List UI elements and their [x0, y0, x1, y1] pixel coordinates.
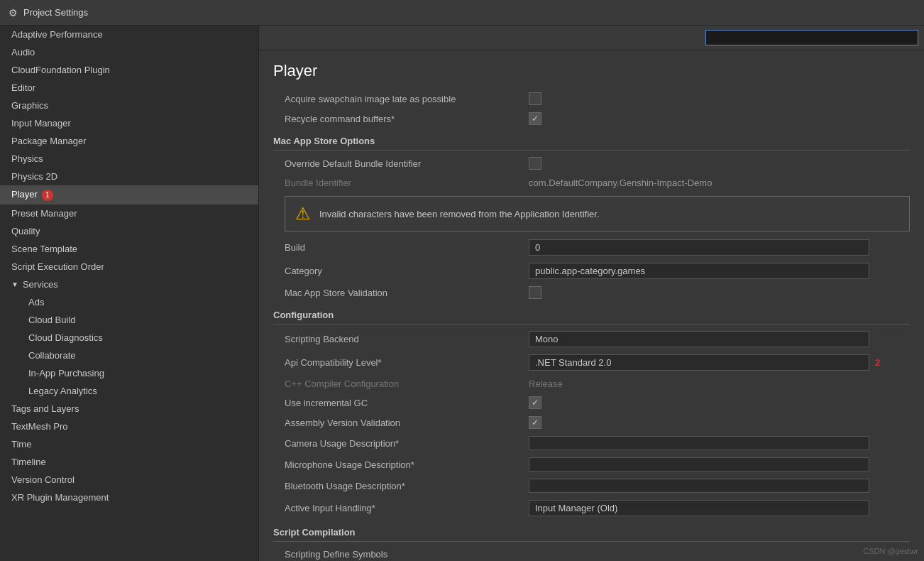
override-bundle-checkbox[interactable]	[529, 157, 541, 170]
sidebar-item-label-cloud-build: Cloud Build	[28, 315, 76, 325]
microphone-usage-input[interactable]	[529, 457, 869, 472]
sidebar-item-adaptive-performance[interactable]: Adaptive Performance	[0, 26, 258, 43]
assembly-validation-checkbox[interactable]	[529, 416, 541, 429]
sidebar-item-cloud-diagnostics[interactable]: Cloud Diagnostics	[0, 329, 258, 347]
sidebar-item-textmesh-pro[interactable]: TextMesh Pro	[0, 418, 258, 435]
sidebar-item-xr-plugin-management[interactable]: XR Plugin Management	[0, 489, 258, 506]
sidebar-item-graphics[interactable]: Graphics	[0, 97, 258, 114]
sidebar-item-in-app-purchasing[interactable]: In-App Purchasing	[0, 364, 258, 382]
title-bar-text: Project Settings	[23, 7, 88, 18]
microphone-usage-label: Microphone Usage Description*	[273, 459, 529, 470]
cpp-compiler-label: C++ Compiler Configuration	[273, 378, 529, 389]
camera-usage-row: Camera Usage Description*	[273, 432, 910, 454]
arrow-icon: ▼	[11, 280, 18, 288]
sidebar-item-label-graphics: Graphics	[11, 100, 48, 111]
sidebar-item-package-manager[interactable]: Package Manager	[0, 132, 258, 150]
sidebar-item-label-audio: Audio	[11, 47, 35, 58]
sidebar-item-player[interactable]: Player1	[0, 185, 258, 205]
api-compat-label: Api Compatibility Level*	[273, 357, 529, 368]
category-value[interactable]: public.app-category.games	[529, 263, 869, 279]
sidebar-section-services[interactable]: ▼Services	[0, 276, 258, 293]
warning-text: Invalid characters have been removed fro…	[319, 209, 600, 219]
sidebar-item-collaborate[interactable]: Collaborate	[0, 347, 258, 364]
sidebar-item-script-execution-order[interactable]: Script Execution Order	[0, 258, 258, 276]
scripting-define-row: Scripting Define Symbols	[273, 545, 910, 561]
sidebar-item-label-version-control: Version Control	[11, 474, 75, 485]
acquire-swapchain-checkbox[interactable]	[529, 92, 541, 105]
content-area: Player Acquire swapchain image late as p…	[259, 26, 924, 561]
build-row: Build 0	[273, 236, 910, 259]
sidebar-item-audio[interactable]: Audio	[0, 43, 258, 61]
incremental-gc-checkbox[interactable]	[529, 396, 541, 409]
build-value[interactable]: 0	[529, 239, 869, 256]
sidebar-item-label-tags-and-layers: Tags and Layers	[11, 403, 79, 414]
search-bar	[259, 26, 924, 50]
bluetooth-usage-input[interactable]	[529, 479, 869, 493]
build-label: Build	[273, 242, 529, 253]
settings-icon: ⚙	[9, 7, 18, 18]
mac-validation-label: Mac App Store Validation	[273, 288, 529, 298]
sidebar-item-tags-and-layers[interactable]: Tags and Layers	[0, 400, 258, 418]
override-bundle-label: Override Default Bundle Identifier	[273, 158, 529, 169]
search-input[interactable]	[705, 30, 918, 45]
sidebar-item-label-adaptive-performance: Adaptive Performance	[11, 29, 103, 40]
sidebar-item-quality[interactable]: Quality	[0, 222, 258, 240]
sidebar-item-physics-2d[interactable]: Physics 2D	[0, 168, 258, 185]
sidebar-item-label-in-app-purchasing: In-App Purchasing	[28, 368, 104, 378]
bluetooth-usage-label: Bluetooth Usage Description*	[273, 481, 529, 491]
sidebar-item-scene-template[interactable]: Scene Template	[0, 240, 258, 258]
sidebar-item-label-textmesh-pro: TextMesh Pro	[11, 421, 67, 432]
sidebar-item-label-collaborate: Collaborate	[28, 350, 76, 361]
main-layout: Adaptive PerformanceAudioCloudFoundation…	[0, 26, 924, 561]
scripting-define-label: Scripting Define Symbols	[273, 549, 529, 560]
sidebar-item-cloud-build[interactable]: Cloud Build	[0, 311, 258, 329]
active-input-row: Active Input Handling* Input Manager (Ol…	[273, 496, 910, 520]
sidebar-item-label-timeline: Timeline	[11, 457, 46, 467]
sidebar-item-preset-manager[interactable]: Preset Manager	[0, 205, 258, 222]
sidebar-item-version-control[interactable]: Version Control	[0, 471, 258, 489]
sidebar-item-cloudfoundation-plugin[interactable]: CloudFoundation Plugin	[0, 61, 258, 79]
acquire-swapchain-label: Acquire swapchain image late as possible	[273, 94, 529, 104]
cpp-compiler-value: Release	[529, 378, 910, 389]
api-compat-row: Api Compatibility Level* .NET Standard 2…	[273, 351, 910, 374]
sidebar-item-editor[interactable]: Editor	[0, 79, 258, 97]
mac-validation-checkbox[interactable]	[529, 286, 541, 299]
sidebar-item-legacy-analytics[interactable]: Legacy Analytics	[0, 382, 258, 400]
camera-usage-label: Camera Usage Description*	[273, 438, 529, 449]
assembly-validation-label: Assembly Version Validation	[273, 418, 529, 428]
api-compat-value[interactable]: .NET Standard 2.0	[529, 354, 869, 371]
content-scroll: Player Acquire swapchain image late as p…	[259, 50, 924, 561]
active-input-value[interactable]: Input Manager (Old)	[529, 500, 869, 516]
page-title: Player	[273, 62, 910, 80]
incremental-gc-label: Use incremental GC	[273, 398, 529, 408]
assembly-validation-row: Assembly Version Validation	[273, 413, 910, 432]
camera-usage-input[interactable]	[529, 436, 869, 450]
configuration-section-header: Configuration	[273, 303, 910, 325]
bundle-identifier-value: com.DefaultCompany.Genshin-Impact-Demo	[529, 178, 910, 188]
sidebar-item-label-time: Time	[11, 439, 31, 450]
category-row: Category public.app-category.games	[273, 259, 910, 283]
acquire-swapchain-row: Acquire swapchain image late as possible	[273, 89, 910, 109]
warning-icon: ⚠	[295, 204, 311, 224]
api-compat-badge: 2	[875, 357, 880, 368]
sidebar-item-time[interactable]: Time	[0, 435, 258, 453]
bundle-identifier-label: Bundle Identifier	[273, 178, 529, 188]
sidebar-item-label-script-execution-order: Script Execution Order	[11, 261, 104, 272]
sidebar-item-input-manager[interactable]: Input Manager	[0, 114, 258, 132]
sidebar-badge-player: 1	[42, 190, 53, 201]
microphone-usage-row: Microphone Usage Description*	[273, 454, 910, 475]
active-input-label: Active Input Handling*	[273, 503, 529, 513]
sidebar-item-label-editor: Editor	[11, 82, 35, 93]
bundle-identifier-row: Bundle Identifier com.DefaultCompany.Gen…	[273, 173, 910, 192]
sidebar-item-label-quality: Quality	[11, 226, 40, 236]
bluetooth-usage-row: Bluetooth Usage Description*	[273, 475, 910, 496]
sidebar-item-label-xr-plugin-management: XR Plugin Management	[11, 492, 109, 503]
recycle-buffers-checkbox[interactable]	[529, 112, 541, 125]
sidebar-item-physics[interactable]: Physics	[0, 150, 258, 168]
sidebar-item-label-input-manager: Input Manager	[11, 118, 71, 129]
sidebar-item-ads[interactable]: Ads	[0, 293, 258, 311]
sidebar-item-timeline[interactable]: Timeline	[0, 453, 258, 471]
scripting-backend-value[interactable]: Mono	[529, 331, 869, 347]
scripting-backend-row: Scripting Backend Mono	[273, 327, 910, 351]
script-compilation-section-header: Script Compilation	[273, 520, 910, 542]
